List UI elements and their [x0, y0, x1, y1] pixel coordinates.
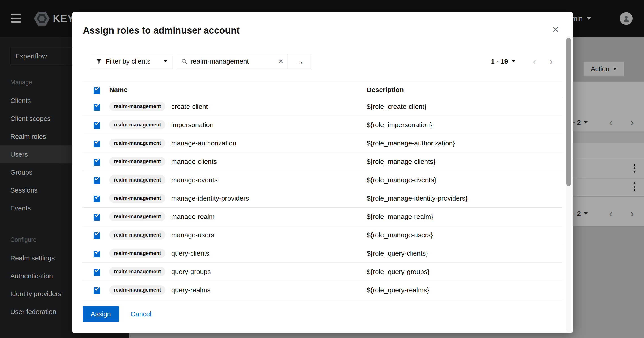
- close-icon[interactable]: ✕: [552, 25, 559, 34]
- modal-footer: Assign Cancel: [83, 306, 573, 322]
- role-name: manage-users: [171, 231, 214, 239]
- table-row: realm-management query-groups ${role_que…: [83, 262, 563, 281]
- filter-label: Filter by clients: [106, 58, 150, 65]
- table-row: realm-management manage-users ${role_man…: [83, 226, 563, 244]
- table-row: realm-management impersonation ${role_im…: [83, 116, 563, 134]
- column-header-name: Name: [109, 86, 367, 94]
- role-badge: realm-management: [109, 286, 166, 294]
- checkmark-icon: [95, 158, 99, 162]
- caret-down-icon: [512, 60, 515, 62]
- role-name: query-groups: [171, 268, 211, 276]
- filter-icon: [96, 58, 102, 64]
- checkmark-icon: [95, 176, 99, 180]
- role-description: ${role_manage-events}: [367, 176, 563, 184]
- role-name: manage-events: [171, 176, 218, 184]
- table-row: realm-management query-clients ${role_qu…: [83, 244, 563, 262]
- modal-scrollbar[interactable]: [566, 36, 571, 332]
- clear-search-icon[interactable]: ✕: [278, 58, 284, 65]
- role-description: ${role_impersonation}: [367, 121, 563, 129]
- checkmark-icon: [95, 213, 99, 217]
- checkmark-icon: [95, 194, 99, 198]
- role-name: manage-authorization: [171, 140, 236, 147]
- role-description: ${role_manage-realm}: [367, 213, 563, 220]
- row-checkbox[interactable]: [94, 140, 100, 147]
- role-description: ${role_manage-users}: [367, 231, 563, 239]
- role-name: manage-identity-providers: [171, 194, 249, 202]
- search-group: ✕ →: [177, 54, 311, 69]
- role-badge: realm-management: [109, 267, 166, 276]
- role-name: manage-realm: [171, 213, 214, 220]
- modal-title: Assign roles to adminuser account: [83, 25, 560, 36]
- filter-by-clients-dropdown[interactable]: Filter by clients: [91, 54, 172, 69]
- row-checkbox[interactable]: [94, 214, 100, 221]
- scrollbar-thumb[interactable]: [566, 38, 571, 186]
- checkmark-icon: [95, 286, 99, 290]
- role-name: impersonation: [171, 121, 214, 129]
- search-input[interactable]: [190, 58, 275, 65]
- checkmark-icon: [95, 121, 99, 125]
- row-checkbox[interactable]: [94, 122, 100, 129]
- row-checkbox[interactable]: [94, 288, 100, 294]
- row-checkbox[interactable]: [94, 196, 100, 202]
- role-badge: realm-management: [109, 138, 166, 148]
- role-name: query-clients: [171, 250, 209, 257]
- search-submit-button[interactable]: →: [288, 54, 311, 69]
- modal-header: Assign roles to adminuser account ✕: [72, 12, 573, 36]
- pagination: 1 - 19 ‹ ›: [491, 56, 553, 67]
- role-badge: realm-management: [109, 230, 166, 240]
- assign-roles-modal: Assign roles to adminuser account ✕ Filt…: [72, 12, 573, 333]
- table-row: realm-management query-realms ${role_que…: [83, 281, 563, 299]
- role-name: manage-clients: [171, 158, 217, 166]
- row-checkbox[interactable]: [94, 159, 100, 166]
- role-name: query-realms: [171, 286, 210, 294]
- role-description: ${role_query-clients}: [367, 250, 563, 257]
- role-badge: realm-management: [109, 102, 166, 111]
- role-badge: realm-management: [109, 120, 166, 130]
- role-badge: realm-management: [109, 212, 166, 221]
- row-checkbox[interactable]: [94, 232, 100, 239]
- modal-toolbar: Filter by clients ✕ → 1 - 19 ‹ ›: [72, 54, 573, 69]
- table-row: realm-management manage-clients ${role_m…: [83, 152, 563, 171]
- caret-down-icon: [164, 60, 167, 62]
- checkmark-icon: [95, 268, 99, 272]
- assign-button[interactable]: Assign: [83, 306, 119, 322]
- table-row: realm-management create-client ${role_cr…: [83, 97, 563, 116]
- role-badge: realm-management: [109, 157, 166, 166]
- chevron-right-icon[interactable]: ›: [549, 56, 553, 67]
- role-description: ${role_manage-authorization}: [367, 140, 563, 147]
- pagination-range[interactable]: 1 - 19: [491, 58, 508, 65]
- checkmark-icon: [95, 140, 99, 144]
- table-row: realm-management manage-realm ${role_man…: [83, 208, 563, 226]
- search-icon: [181, 58, 188, 64]
- table-header-row: Name Description: [83, 82, 563, 97]
- role-badge: realm-management: [109, 249, 166, 258]
- table-row: realm-management manage-identity-provide…: [83, 189, 563, 208]
- checkmark-icon: [95, 250, 99, 254]
- role-description: ${role_query-groups}: [367, 268, 563, 276]
- table-row: realm-management manage-events ${role_ma…: [83, 171, 563, 189]
- role-badge: realm-management: [109, 194, 166, 203]
- select-all-checkbox[interactable]: [94, 87, 100, 94]
- role-description: ${role_manage-identity-providers}: [367, 194, 563, 202]
- checkmark-icon: [95, 86, 99, 90]
- table-row: realm-management manage-authorization ${…: [83, 134, 563, 152]
- row-checkbox[interactable]: [94, 104, 100, 110]
- role-description: ${role_query-realms}: [367, 286, 563, 294]
- role-name: create-client: [171, 103, 208, 110]
- role-description: ${role_create-client}: [367, 103, 563, 110]
- role-description: ${role_manage-clients}: [367, 158, 563, 166]
- roles-table-body: realm-management create-client ${role_cr…: [83, 97, 563, 299]
- checkmark-icon: [95, 103, 99, 107]
- roles-table: Name Description realm-management create…: [83, 82, 563, 299]
- role-badge: realm-management: [109, 175, 166, 184]
- cancel-button[interactable]: Cancel: [130, 310, 151, 318]
- search-input-box: ✕: [177, 54, 288, 69]
- row-checkbox[interactable]: [94, 269, 100, 276]
- row-checkbox[interactable]: [94, 177, 100, 184]
- chevron-left-icon[interactable]: ‹: [533, 56, 536, 67]
- checkmark-icon: [95, 231, 99, 235]
- row-checkbox[interactable]: [94, 251, 100, 258]
- column-header-description: Description: [367, 86, 563, 94]
